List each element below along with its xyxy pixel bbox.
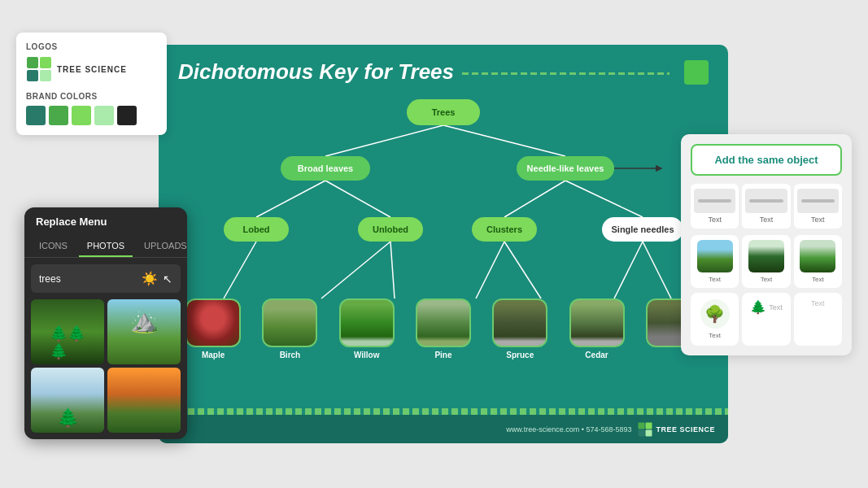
text-label-3: Text [811, 216, 825, 224]
tree-item-cedar[interactable]: Cedar [569, 298, 625, 359]
svg-rect-3 [40, 70, 51, 81]
svg-line-15 [614, 242, 643, 298]
node-needle-leaves: Needle-like leaves [517, 156, 614, 181]
tree-item-pine[interactable]: Pine [416, 298, 471, 359]
maple-label: Maple [202, 351, 225, 359]
logo-row: TREE SCIENCE [26, 56, 157, 82]
tree-icon-option-2[interactable]: 🌲 Text [742, 293, 790, 346]
tree-icon-circle-1: 🌳 [700, 299, 730, 329]
text-preview-3 [797, 189, 839, 213]
photo-sunset[interactable] [107, 368, 181, 433]
footer-brand-name: TREE SCIENCE [656, 425, 715, 434]
tree-option-1[interactable]: Text [691, 235, 739, 288]
node-single-needles: Single needles [602, 217, 683, 242]
tree-option-2[interactable]: Text [742, 235, 790, 288]
tree-item-spruce[interactable]: Spruce [492, 298, 547, 359]
text-preview-2 [745, 189, 787, 213]
tree-icon-option-3[interactable]: Text [794, 293, 842, 346]
text-options-row: Text Text Text [691, 184, 842, 229]
svg-rect-20 [639, 429, 645, 436]
svg-line-16 [643, 242, 671, 298]
tree-images-options: Text Text Text [691, 235, 842, 288]
swatch-green3[interactable] [94, 106, 114, 125]
svg-line-4 [325, 125, 443, 156]
footer-url: www.tree-science.com • 574-568-5893 [506, 425, 631, 434]
text-line-3 [801, 199, 835, 203]
node-unlobed: Unlobed [358, 217, 423, 242]
text-line-1 [698, 199, 731, 203]
slide-footer: www.tree-science.com • 574-568-5893 TREE… [159, 415, 728, 443]
svg-rect-2 [27, 70, 38, 81]
birch-image [262, 298, 317, 347]
slide-wave-bottom [159, 408, 728, 415]
svg-line-12 [390, 242, 395, 298]
tree-icon-option-1[interactable]: 🌳 Text [691, 293, 739, 346]
photo-winter[interactable] [31, 368, 104, 433]
tree-icon-options: 🌳 Text 🌲 Text Text [691, 293, 842, 346]
text-preview-1 [694, 189, 735, 213]
tree-option-img-2 [748, 240, 784, 272]
pine-image [416, 298, 471, 347]
tree-item-willow[interactable]: Willow [339, 298, 395, 359]
text-option-1[interactable]: Text [691, 184, 739, 229]
svg-line-13 [476, 242, 504, 298]
add-object-panel: Add the same object Text Text Text Text [681, 134, 852, 355]
cedar-label: Cedar [585, 351, 608, 359]
swatch-black[interactable] [117, 106, 137, 125]
photo-grid [24, 299, 187, 439]
birch-label: Birch [280, 351, 301, 359]
svg-rect-0 [27, 57, 38, 68]
tree-icon-text-2: 🌲 Text [750, 299, 783, 315]
willow-label: Willow [354, 351, 380, 359]
svg-rect-21 [646, 429, 652, 436]
text-option-2[interactable]: Text [742, 184, 790, 229]
svg-line-10 [224, 242, 256, 298]
search-bar: trees ☀️ ↖ [31, 264, 181, 293]
footer-logo: TREE SCIENCE [638, 422, 715, 437]
willow-image [339, 298, 395, 347]
tree-option-img-3 [800, 240, 835, 272]
tree-option-img-1 [697, 240, 733, 272]
main-slide: Dichotomous Key for Trees [159, 45, 728, 443]
spruce-label: Spruce [506, 351, 534, 359]
cursor-icon: ↖ [163, 272, 172, 285]
text-label-1: Text [708, 216, 722, 224]
tab-uploads[interactable]: UPLOADS [136, 236, 187, 257]
svg-line-5 [443, 125, 565, 156]
photo-forest[interactable] [31, 299, 104, 364]
brand-colors-label: BRAND COLORS [26, 92, 157, 101]
text-line-2 [749, 199, 783, 203]
search-input[interactable]: trees [39, 273, 137, 285]
tree-option-3[interactable]: Text [794, 235, 842, 288]
pine-label: Pine [434, 351, 451, 359]
tree-option-label-3: Text [812, 276, 824, 283]
svg-rect-19 [646, 422, 652, 429]
swatch-teal[interactable] [26, 106, 46, 125]
swatch-green2[interactable] [72, 106, 91, 125]
tab-icons[interactable]: ICONS [31, 236, 76, 257]
photo-mountain[interactable] [107, 299, 181, 364]
tree-item-birch[interactable]: Birch [262, 298, 317, 359]
swatch-green1[interactable] [49, 106, 68, 125]
svg-rect-1 [40, 57, 51, 68]
slide-header: Dichotomous Key for Trees [159, 45, 728, 91]
svg-line-9 [565, 181, 643, 217]
node-trees: Trees [407, 99, 480, 125]
text-label-2: Text [760, 216, 774, 224]
svg-rect-18 [639, 422, 645, 429]
brand-logo-icon [26, 56, 52, 82]
text-option-3[interactable]: Text [794, 184, 842, 229]
slide-title: Dichotomous Key for Trees [178, 59, 454, 85]
tree-option-label-1: Text [709, 276, 721, 283]
replace-menu-title: Replace Menu [24, 207, 187, 236]
tree-item-maple[interactable]: Maple [185, 298, 241, 359]
tab-photos[interactable]: PHOTOS [79, 236, 133, 257]
spruce-image [492, 298, 547, 347]
svg-line-11 [321, 242, 390, 298]
node-clusters: Clusters [472, 217, 537, 242]
footer-logo-icon [638, 422, 652, 437]
tree-option-label-2: Text [761, 276, 773, 283]
search-sun-icon: ☀️ [142, 271, 158, 286]
replace-menu: Replace Menu ICONS PHOTOS UPLOADS trees … [24, 207, 187, 439]
add-same-object-button[interactable]: Add the same object [691, 144, 842, 176]
